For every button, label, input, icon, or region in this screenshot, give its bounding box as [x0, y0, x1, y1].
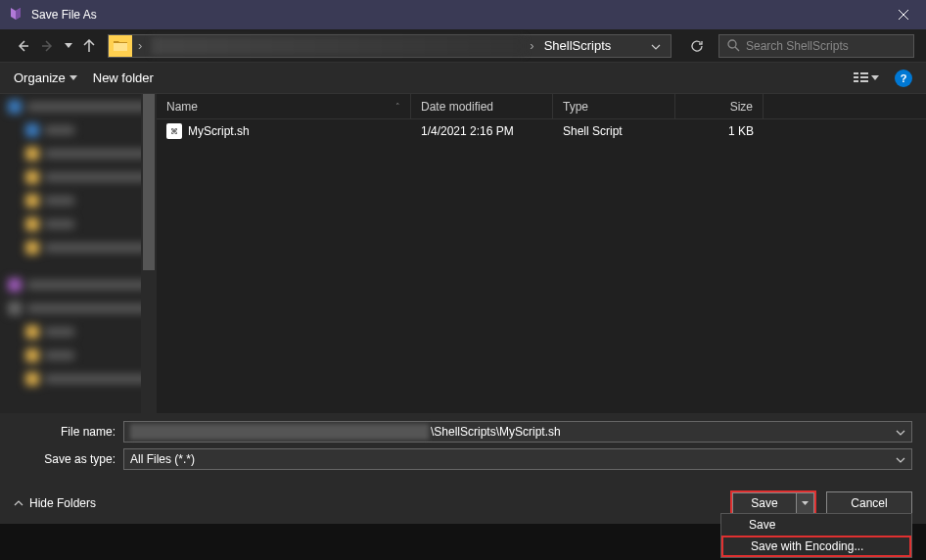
hide-folders-button[interactable]: Hide Folders [14, 496, 96, 510]
svg-rect-4 [860, 72, 868, 74]
chevron-right-icon: › [132, 38, 148, 53]
save-dropdown-menu: Save Save with Encoding... [720, 513, 912, 558]
column-date[interactable]: Date modified [411, 94, 553, 118]
file-size: 1 KB [675, 124, 764, 138]
help-button[interactable]: ? [895, 70, 912, 87]
filename-label: File name: [14, 425, 123, 439]
filename-input[interactable]: \ShellScripts\MyScript.sh [123, 421, 912, 443]
saveastype-select[interactable]: All Files (*.*) [123, 448, 912, 470]
refresh-button[interactable] [685, 34, 709, 58]
address-segment[interactable]: ShellScripts [540, 38, 616, 53]
file-list: Name ˄ Date modified Type Size ⌘ MyScrip… [157, 94, 926, 413]
file-date: 1/4/2021 2:16 PM [411, 124, 553, 138]
main-area: Name ˄ Date modified Type Size ⌘ MyScrip… [0, 94, 926, 413]
app-icon [8, 7, 23, 23]
column-type[interactable]: Type [553, 94, 675, 118]
chevron-up-icon [14, 500, 23, 506]
sidebar[interactable] [0, 94, 157, 413]
filename-path-redacted [130, 424, 429, 440]
address-bar[interactable]: › › ShellScripts [108, 34, 671, 58]
up-button[interactable] [78, 35, 100, 57]
address-path-redacted [152, 37, 524, 55]
sort-arrow-icon: ˄ [395, 102, 400, 112]
svg-rect-5 [860, 76, 868, 78]
organize-button[interactable]: Organize [14, 70, 77, 85]
search-input[interactable] [746, 39, 905, 53]
dropdown-save[interactable]: Save [721, 514, 911, 536]
dropdown-save-with-encoding[interactable]: Save with Encoding... [721, 536, 911, 557]
folder-icon [109, 35, 132, 57]
svg-rect-3 [854, 80, 858, 82]
saveastype-label: Save as type: [14, 452, 123, 466]
forward-button[interactable] [37, 35, 59, 57]
chevron-down-icon [871, 75, 879, 80]
column-size[interactable]: Size [675, 94, 764, 118]
fields-area: File name: \ShellScripts\MyScript.sh Sav… [0, 413, 926, 480]
new-folder-button[interactable]: New folder [93, 70, 154, 85]
navbar: › › ShellScripts [0, 29, 926, 63]
search-box[interactable] [718, 34, 914, 58]
file-icon: ⌘ [166, 123, 182, 139]
svg-point-0 [728, 40, 736, 48]
address-dropdown-icon[interactable] [641, 38, 671, 53]
file-type: Shell Script [553, 124, 675, 138]
view-button[interactable] [854, 71, 879, 85]
sidebar-scrollbar[interactable] [141, 94, 157, 413]
toolbar: Organize New folder ? [0, 63, 926, 94]
titlebar-title: Save File As [31, 8, 881, 22]
back-button[interactable] [12, 35, 33, 57]
saveastype-dropdown-icon[interactable] [896, 454, 905, 465]
search-icon [727, 39, 740, 52]
recent-dropdown-icon[interactable] [63, 35, 74, 57]
svg-rect-2 [854, 76, 858, 78]
column-name[interactable]: Name ˄ [157, 94, 411, 118]
titlebar: Save File As [0, 0, 926, 29]
svg-rect-1 [854, 72, 858, 74]
chevron-down-icon [69, 75, 77, 80]
file-row[interactable]: ⌘ MyScript.sh 1/4/2021 2:16 PM Shell Scr… [157, 119, 926, 143]
close-button[interactable] [881, 0, 926, 29]
chevron-right-icon: › [524, 38, 539, 53]
file-list-header: Name ˄ Date modified Type Size [157, 94, 926, 119]
file-name: MyScript.sh [188, 124, 250, 138]
save-button[interactable]: Save [732, 492, 797, 514]
filename-dropdown-icon[interactable] [896, 427, 905, 438]
save-dropdown-button[interactable] [797, 492, 814, 514]
svg-rect-6 [860, 80, 868, 82]
cancel-button[interactable]: Cancel [826, 491, 912, 515]
